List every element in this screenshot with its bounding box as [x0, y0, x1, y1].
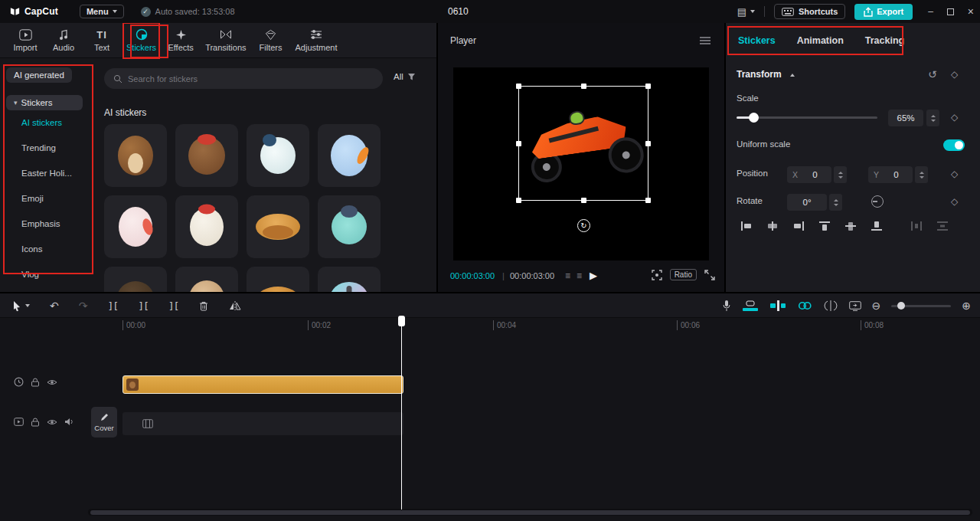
distribute-horizontal-button[interactable] — [908, 219, 925, 233]
zoom-out-button[interactable]: ⊖ — [872, 300, 881, 312]
zoom-slider-knob[interactable] — [897, 302, 905, 310]
scrollbar-thumb[interactable] — [90, 510, 970, 515]
play-button[interactable]: ▶ — [590, 270, 597, 281]
align-top-button[interactable] — [816, 219, 833, 233]
preview-axis-button[interactable] — [823, 300, 838, 312]
sticker-blue-bunny[interactable] — [318, 124, 381, 187]
sticker-dark-animal[interactable] — [104, 267, 167, 292]
sticker-squirrel[interactable] — [104, 124, 167, 187]
tab-stickers[interactable]: Stickers — [124, 24, 158, 57]
timeline-ruler[interactable]: 00:00 00:02 00:04 00:06 00:08 — [0, 319, 980, 333]
align-right-button[interactable] — [790, 219, 807, 233]
video-clip[interactable] — [122, 412, 403, 435]
align-center-vertical-button[interactable] — [842, 219, 859, 233]
tab-inspector-tracking[interactable]: Tracking — [865, 35, 904, 46]
speaker-icon[interactable] — [64, 418, 74, 426]
tab-audio[interactable]: Audio — [47, 24, 80, 57]
close-button[interactable]: × — [968, 5, 974, 18]
scale-slider-knob[interactable] — [749, 113, 759, 123]
scale-stepper[interactable] — [926, 110, 939, 126]
sticker-snowman[interactable] — [175, 195, 238, 258]
rotate-stepper[interactable] — [829, 194, 842, 211]
collapse-icon[interactable] — [790, 74, 795, 77]
rotate-value-box[interactable]: 0° — [787, 194, 827, 211]
cover-button[interactable]: Cover — [91, 407, 117, 437]
screen-preview-button[interactable] — [849, 301, 861, 311]
position-y-field[interactable]: Y 0 — [868, 166, 913, 183]
clock-icon[interactable] — [14, 377, 24, 387]
export-button[interactable]: Export — [854, 4, 913, 20]
maximize-button[interactable] — [947, 8, 954, 15]
tab-inspector-stickers[interactable]: Stickers — [738, 35, 776, 46]
scale-value-box[interactable]: 65% — [888, 110, 923, 126]
tab-effects[interactable]: Effects — [165, 24, 197, 57]
sticker-hamster[interactable] — [175, 267, 238, 292]
sidebar-item-icons[interactable]: Icons — [6, 237, 96, 262]
eye-icon[interactable] — [47, 378, 57, 386]
video-canvas[interactable]: ↻ — [453, 67, 709, 260]
sidebar-item-easter-holiday[interactable]: Easter Holi... — [6, 161, 96, 186]
sidebar-item-emphasis[interactable]: Emphasis — [6, 211, 96, 237]
zoom-in-button[interactable]: ⊕ — [962, 300, 971, 312]
timeline-zoom-slider[interactable] — [891, 300, 951, 311]
sidebar-item-ai-stickers[interactable]: AI stickers — [6, 110, 96, 136]
position-y-stepper[interactable] — [915, 166, 928, 183]
rotate-handle[interactable]: ↻ — [577, 219, 590, 232]
redo-button[interactable]: ↷ — [79, 300, 88, 312]
player-menu-icon[interactable] — [700, 37, 710, 44]
tab-adjustment[interactable]: Adjustment — [293, 24, 340, 57]
sticker-clip[interactable] — [122, 375, 403, 394]
sidebar-item-trending[interactable]: Trending — [6, 136, 96, 161]
video-track-icon[interactable] — [14, 418, 24, 426]
keyframe-diamond-icon[interactable]: ◇ — [951, 112, 958, 123]
tab-transitions[interactable]: Transitions — [203, 24, 248, 57]
selection-box[interactable] — [518, 86, 648, 201]
position-x-stepper[interactable] — [834, 166, 847, 183]
sticker-croissant[interactable] — [247, 195, 309, 258]
undo-button[interactable]: ↶ — [50, 300, 59, 312]
linking-toggle[interactable] — [797, 300, 812, 312]
resize-handle[interactable] — [645, 141, 651, 146]
resize-handle[interactable] — [581, 198, 586, 203]
tab-import[interactable]: Import — [9, 24, 41, 57]
sticker-snowboard-girl[interactable] — [318, 195, 381, 258]
auto-snap-toggle[interactable] — [769, 300, 786, 312]
sticker-bird-scarf[interactable] — [247, 124, 309, 187]
reset-icon[interactable]: ↺ — [928, 68, 937, 80]
menu-button[interactable]: Menu — [80, 5, 124, 18]
tab-inspector-animation[interactable]: Animation — [797, 35, 844, 46]
resize-handle[interactable] — [645, 84, 651, 89]
eye-icon[interactable] — [47, 418, 57, 426]
align-center-horizontal-button[interactable] — [764, 219, 781, 233]
split-button[interactable]: ][ — [138, 300, 149, 312]
resize-handle[interactable] — [645, 198, 651, 203]
lock-icon[interactable] — [31, 417, 40, 427]
resize-handle[interactable] — [516, 198, 521, 203]
minimize-button[interactable]: – — [928, 8, 933, 15]
sticker-beaver-hat[interactable] — [175, 124, 238, 187]
sidebar-item-ai-generated[interactable]: AI generated — [6, 67, 72, 83]
shortcuts-button[interactable]: Shortcuts — [774, 4, 845, 19]
keyframe-diamond-icon[interactable]: ◇ — [951, 169, 958, 179]
split-left-button[interactable]: ][ — [107, 300, 118, 312]
keyframe-diamond-icon[interactable]: ◇ — [951, 196, 958, 207]
tab-filters[interactable]: Filters — [255, 24, 287, 57]
mirror-button[interactable] — [229, 300, 241, 311]
sidebar-item-emoji[interactable]: Emoji — [6, 186, 96, 211]
delete-button[interactable] — [198, 300, 209, 312]
resize-handle[interactable] — [516, 141, 521, 146]
filter-all-button[interactable]: All — [394, 72, 416, 81]
main-track-magnetic-toggle[interactable] — [742, 300, 759, 312]
resize-handle[interactable] — [581, 84, 586, 89]
align-left-button[interactable] — [738, 219, 755, 233]
sticker-bread[interactable] — [247, 267, 309, 292]
timeline-scrollbar[interactable] — [88, 509, 972, 516]
layout-switch-button[interactable]: ▤ — [737, 6, 755, 18]
frame-view-icon[interactable]: ≡ — [577, 270, 582, 281]
select-tool-button[interactable] — [12, 300, 30, 312]
search-bar[interactable] — [104, 68, 383, 89]
keyframe-diamond-icon[interactable]: ◇ — [951, 69, 958, 80]
align-bottom-button[interactable] — [868, 219, 885, 233]
ratio-button[interactable]: Ratio — [670, 269, 697, 280]
record-voiceover-button[interactable] — [722, 300, 731, 312]
